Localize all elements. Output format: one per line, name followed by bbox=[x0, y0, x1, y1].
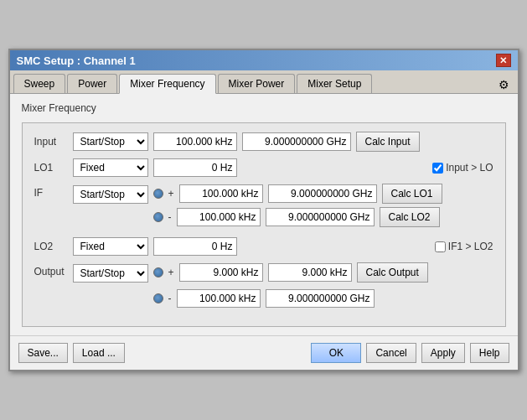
if-plus-field1[interactable] bbox=[179, 184, 263, 203]
tab-mixer-setup[interactable]: Mixer Setup bbox=[297, 74, 372, 93]
output-sub-rows: + Calc Output - bbox=[153, 262, 428, 311]
settings-icon[interactable]: ⚙ bbox=[496, 76, 513, 93]
output-minus-field1[interactable] bbox=[177, 289, 261, 308]
lo2-select[interactable]: Fixed bbox=[73, 237, 148, 256]
lo2-row: LO2 Fixed IF1 > LO2 bbox=[34, 237, 493, 256]
tab-bar: Sweep Power Mixer Frequency Mixer Power … bbox=[10, 70, 518, 94]
if-row: IF Start/Stop + Calc LO1 - bbox=[34, 184, 493, 231]
output-minus-field2[interactable] bbox=[266, 289, 375, 308]
lo2-field1[interactable] bbox=[153, 237, 237, 256]
if-label: IF bbox=[34, 184, 68, 199]
if-minus-sign: - bbox=[168, 211, 172, 223]
tab-mixer-power[interactable]: Mixer Power bbox=[218, 74, 296, 93]
lo2-label: LO2 bbox=[34, 241, 68, 252]
input-field2[interactable] bbox=[242, 132, 351, 151]
input-gt-lo-label: Input > LO bbox=[446, 162, 493, 174]
if-sub-rows: + Calc LO1 - Calc LO2 bbox=[153, 184, 442, 231]
if-select[interactable]: Start/Stop bbox=[73, 185, 148, 204]
calc-lo1-button[interactable]: Calc LO1 bbox=[382, 184, 442, 204]
help-button[interactable]: Help bbox=[470, 343, 509, 363]
output-minus-sign: - bbox=[168, 293, 172, 304]
output-label: Output bbox=[34, 262, 68, 277]
apply-button[interactable]: Apply bbox=[421, 343, 465, 363]
ok-button[interactable]: OK bbox=[311, 343, 361, 363]
window-title: SMC Setup : Channel 1 bbox=[17, 54, 136, 67]
if1-gt-lo2-checkbox-label[interactable]: IF1 > LO2 bbox=[435, 241, 493, 252]
close-button[interactable]: ✕ bbox=[496, 54, 511, 67]
output-row: Output Start/Stop + Calc Output - bbox=[34, 262, 493, 311]
main-window: SMC Setup : Channel 1 ✕ Sweep Power Mixe… bbox=[8, 49, 519, 371]
calc-input-button[interactable]: Calc Input bbox=[356, 132, 420, 152]
output-minus-radio[interactable] bbox=[153, 293, 163, 303]
output-plus-row: + Calc Output bbox=[153, 262, 428, 283]
input-gt-lo-checkbox-label[interactable]: Input > LO bbox=[432, 162, 493, 174]
input-label: Input bbox=[34, 136, 68, 148]
if-minus-field2[interactable] bbox=[266, 208, 375, 226]
input-field1[interactable] bbox=[153, 132, 237, 151]
lo1-select[interactable]: Fixed bbox=[73, 158, 148, 177]
input-select[interactable]: Start/Stop bbox=[73, 132, 148, 151]
if-plus-sign: + bbox=[168, 188, 174, 200]
load-button[interactable]: Load ... bbox=[73, 343, 125, 363]
output-plus-field2[interactable] bbox=[268, 263, 352, 282]
if1-gt-lo2-label: IF1 > LO2 bbox=[448, 241, 493, 252]
cancel-button[interactable]: Cancel bbox=[366, 343, 416, 363]
content-area: Mixer Frequency Input Start/Stop Calc In… bbox=[10, 94, 518, 335]
output-minus-row: - bbox=[153, 289, 428, 308]
section-title: Mixer Frequency bbox=[22, 102, 506, 114]
lo1-row: LO1 Fixed Input > LO bbox=[34, 158, 493, 177]
lo1-label: LO1 bbox=[34, 162, 68, 174]
output-select[interactable]: Start/Stop bbox=[73, 264, 148, 283]
if-plus-field2[interactable] bbox=[268, 184, 377, 203]
input-gt-lo-checkbox[interactable] bbox=[432, 163, 443, 174]
tab-sweep[interactable]: Sweep bbox=[13, 74, 66, 93]
save-button[interactable]: Save... bbox=[18, 343, 68, 363]
output-plus-field1[interactable] bbox=[179, 263, 263, 282]
if-plus-radio[interactable] bbox=[153, 189, 163, 199]
title-bar: SMC Setup : Channel 1 ✕ bbox=[10, 50, 518, 70]
if-minus-row: - Calc LO2 bbox=[153, 207, 442, 227]
footer: Save... Load ... OK Cancel Apply Help bbox=[10, 335, 518, 370]
if-plus-row: + Calc LO1 bbox=[153, 184, 442, 204]
if-minus-field1[interactable] bbox=[177, 208, 261, 226]
tab-mixer-frequency[interactable]: Mixer Frequency bbox=[119, 74, 215, 94]
input-row: Input Start/Stop Calc Input bbox=[34, 132, 493, 152]
if-minus-radio[interactable] bbox=[153, 212, 163, 222]
output-plus-sign: + bbox=[168, 267, 174, 278]
mixer-frequency-panel: Input Start/Stop Calc Input LO1 Fixed In bbox=[22, 122, 506, 327]
if1-gt-lo2-checkbox[interactable] bbox=[435, 241, 446, 252]
tab-power[interactable]: Power bbox=[67, 74, 117, 93]
calc-output-button[interactable]: Calc Output bbox=[357, 262, 428, 283]
calc-lo2-button[interactable]: Calc LO2 bbox=[380, 207, 440, 227]
output-plus-radio[interactable] bbox=[153, 267, 163, 277]
lo1-field1[interactable] bbox=[153, 158, 237, 177]
